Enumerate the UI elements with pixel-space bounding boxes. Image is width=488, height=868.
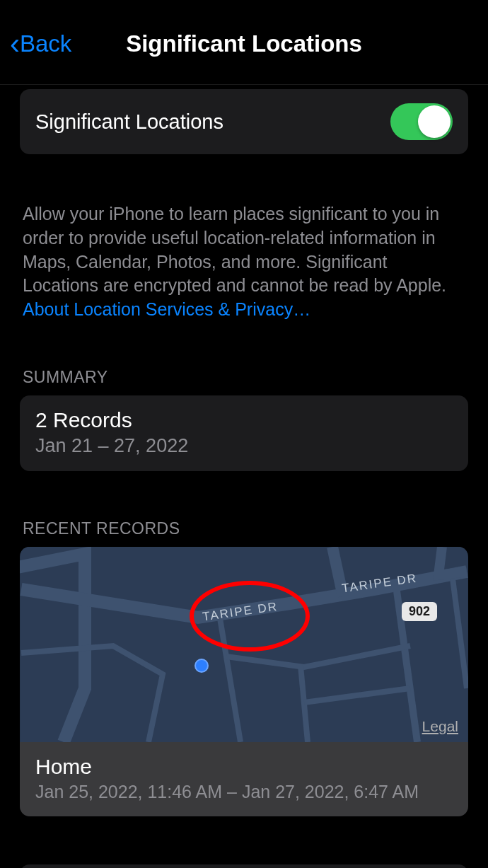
toggle-label: Significant Locations	[35, 110, 223, 134]
back-label: Back	[20, 30, 71, 57]
description-block: Allow your iPhone to learn places signif…	[20, 183, 468, 320]
recent-record-card[interactable]: TARIPE DR TARIPE DR 902 Legal Home Jan 2…	[20, 547, 468, 816]
toggle-knob	[418, 105, 451, 138]
chevron-left-icon: ‹	[10, 27, 20, 61]
clear-history-button[interactable]: Clear History	[20, 864, 468, 868]
record-info: Home Jan 25, 2022, 11:46 AM – Jan 27, 20…	[20, 742, 468, 816]
map-preview[interactable]: TARIPE DR TARIPE DR 902 Legal	[20, 547, 468, 742]
record-title: Home	[35, 755, 453, 779]
record-subtitle: Jan 25, 2022, 11:46 AM – Jan 27, 2022, 6…	[35, 782, 453, 802]
location-dot-icon	[194, 659, 209, 673]
summary-date-range: Jan 21 – 27, 2022	[35, 435, 453, 457]
toggle-switch[interactable]	[390, 103, 453, 140]
navigation-header: ‹ Back Significant Locations	[0, 0, 488, 85]
privacy-link[interactable]: About Location Services & Privacy…	[23, 299, 465, 320]
page-title: Significant Locations	[11, 30, 477, 57]
recent-section-header: RECENT RECORDS	[20, 519, 468, 538]
back-button[interactable]: ‹ Back	[10, 27, 71, 61]
map-legal-link[interactable]: Legal	[422, 718, 458, 735]
summary-card[interactable]: 2 Records Jan 21 – 27, 2022	[20, 395, 468, 471]
significant-locations-toggle-row[interactable]: Significant Locations	[20, 89, 468, 154]
description-text: Allow your iPhone to learn places signif…	[23, 204, 446, 295]
summary-records-count: 2 Records	[35, 408, 453, 432]
route-badge: 902	[402, 602, 437, 621]
summary-section-header: SUMMARY	[20, 368, 468, 387]
